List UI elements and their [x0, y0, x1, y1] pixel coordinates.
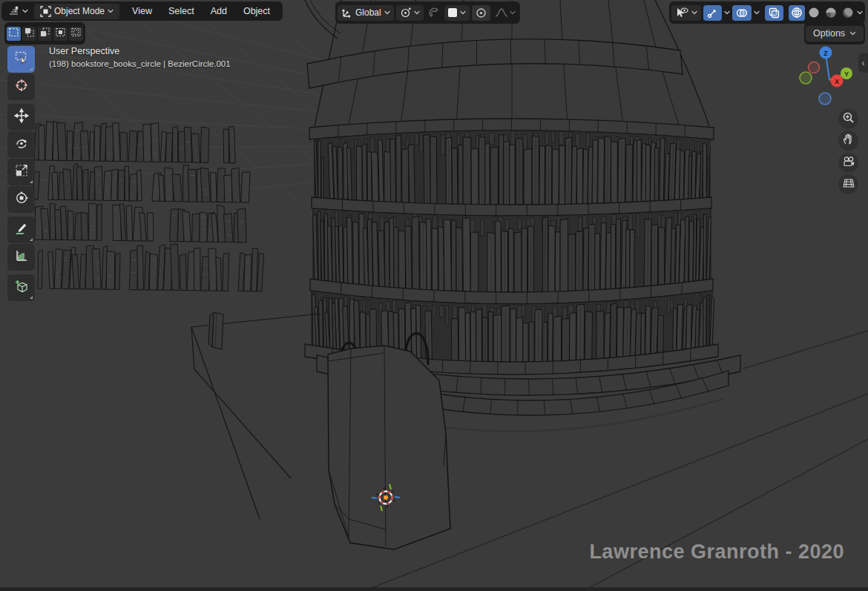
subtract-icon	[39, 27, 50, 41]
tool-cursor[interactable]	[7, 73, 35, 100]
options-label: Options	[813, 28, 845, 39]
move-icon	[14, 108, 29, 126]
nav-camera-view-button[interactable]	[838, 153, 858, 173]
menu-view[interactable]: View	[124, 6, 160, 16]
scale-icon	[14, 163, 29, 181]
proportional-editing-toggle[interactable]	[472, 5, 490, 21]
mode-selector[interactable]: Object Mode	[34, 4, 119, 19]
extend-icon	[24, 27, 35, 41]
proportional-falloff-dropdown[interactable]	[493, 5, 518, 21]
svg-text:Z: Z	[823, 50, 828, 57]
nav-toggle-perspective-button[interactable]	[838, 174, 858, 194]
shading-material-button[interactable]	[823, 5, 839, 21]
viewport-3d-scene[interactable]	[0, 0, 868, 591]
subtool-corner-marker	[30, 180, 33, 183]
snap-increment-icon	[448, 8, 457, 17]
chevron-down-icon	[691, 10, 697, 15]
subtool-corner-marker	[30, 296, 33, 299]
xray-icon	[769, 7, 780, 19]
watermark: Lawrence Granroth - 2020	[589, 541, 844, 564]
chevron-down-icon	[384, 10, 390, 15]
toolbar	[7, 46, 35, 302]
zoom-icon	[842, 111, 855, 127]
select-mode-intersect[interactable]	[69, 27, 83, 41]
select-mode-group	[4, 22, 85, 44]
subtool-corner-marker	[30, 67, 33, 70]
intersect-icon	[70, 27, 82, 41]
add-cube-icon	[14, 279, 29, 297]
pan-icon	[842, 133, 855, 148]
mode-selector-label: Object Mode	[54, 6, 105, 16]
nav-zoom-button[interactable]	[838, 109, 858, 129]
invert-icon	[55, 27, 66, 41]
tool-select-box[interactable]	[7, 46, 35, 73]
header-center-cluster: Global	[335, 1, 520, 24]
chevron-down-icon	[22, 9, 28, 13]
orientation-label: Global	[355, 7, 381, 18]
toggle-perspective-icon	[842, 177, 855, 192]
tool-move[interactable]	[7, 104, 35, 131]
show-objects-icon	[675, 7, 688, 19]
viewport-header-text: User Perspective (198) bookstore_books_c…	[49, 46, 231, 68]
set-icon	[8, 27, 19, 41]
tool-scale[interactable]	[7, 159, 35, 185]
svg-text:X: X	[835, 78, 839, 85]
tool-add-cube[interactable]	[7, 274, 35, 301]
menu-select[interactable]: Select	[160, 6, 203, 16]
shading-rendered-button[interactable]	[840, 5, 856, 21]
pivot-point-dropdown[interactable]	[396, 5, 424, 21]
menu-add[interactable]: Add	[203, 6, 235, 16]
chevron-down-icon[interactable]	[857, 10, 863, 15]
shading-wireframe-button[interactable]	[789, 5, 805, 21]
show-overlays-toggle[interactable]	[732, 5, 752, 21]
overlays-icon	[736, 7, 748, 19]
chevron-down-icon[interactable]	[754, 10, 760, 15]
rotate-icon	[14, 136, 29, 153]
select-mode-subtract[interactable]	[38, 27, 52, 41]
annotate-icon	[14, 221, 29, 239]
editor-type-button[interactable]	[6, 4, 30, 19]
options-group: Options	[804, 22, 865, 44]
subtool-corner-marker	[30, 238, 33, 241]
chevron-down-icon	[108, 9, 114, 13]
nav-pan-button[interactable]	[838, 131, 858, 151]
window-bottom-edge	[0, 587, 868, 591]
select-box-icon	[14, 50, 29, 68]
measure-icon	[14, 248, 29, 266]
tool-transform[interactable]	[7, 186, 35, 213]
tool-rotate[interactable]	[7, 131, 35, 158]
snap-target-dropdown[interactable]	[444, 5, 470, 21]
magnet-icon	[428, 7, 440, 19]
chevron-down-icon	[510, 10, 516, 15]
shading-solid-button[interactable]	[806, 5, 822, 21]
axis-navigation-gizmo[interactable]: ZYX	[796, 44, 864, 113]
options-dropdown[interactable]: Options	[806, 26, 864, 42]
chevron-down-icon	[849, 31, 856, 36]
solid-sphere-icon	[808, 7, 820, 19]
view-name-label: User Perspective	[49, 46, 231, 56]
menu-object[interactable]: Object	[235, 6, 278, 16]
object-mode-icon	[40, 6, 51, 17]
material-sphere-icon	[825, 7, 837, 19]
object-visibility-dropdown[interactable]	[671, 5, 701, 21]
header-right-cluster	[669, 1, 865, 24]
select-mode-set[interactable]	[7, 27, 21, 41]
orientation-axes-icon	[341, 7, 352, 18]
falloff-curve-icon	[495, 7, 508, 18]
svg-text:Y: Y	[844, 70, 849, 78]
toggle-xray[interactable]	[765, 5, 783, 21]
transform-icon	[14, 191, 29, 208]
chevron-down-icon	[414, 10, 420, 15]
select-mode-extend[interactable]	[22, 27, 36, 41]
chevron-down-icon[interactable]	[724, 10, 730, 15]
select-mode-invert[interactable]	[53, 27, 68, 41]
transform-orientation-dropdown[interactable]: Global	[338, 5, 394, 21]
tool-annotate[interactable]	[7, 217, 35, 243]
show-gizmo-toggle[interactable]	[703, 5, 722, 21]
tool-measure[interactable]	[7, 244, 35, 271]
snap-toggle[interactable]	[426, 5, 442, 21]
sidebar-toggle-tab[interactable]: ‹	[858, 53, 868, 73]
gizmo-arrow-icon	[707, 7, 718, 19]
rendered-sphere-icon	[842, 7, 854, 19]
editor-type-icon	[8, 5, 21, 17]
